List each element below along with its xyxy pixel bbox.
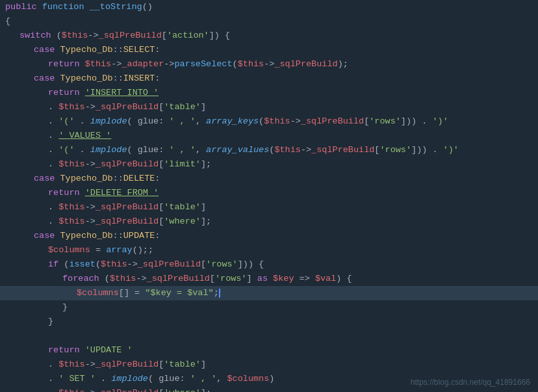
keyword-case-insert: case [34, 72, 60, 86]
paren: () [142, 1, 153, 14]
code-line-2: { [0, 14, 538, 29]
code-line-11: . '(' . implode( glue: ' , ', array_valu… [0, 143, 538, 157]
watermark-text: https://blog.csdn.net/qq_41891666 [411, 378, 530, 387]
const-delete: DELETE [123, 172, 155, 186]
code-line-8: . $this->_sqlPreBuild['table'] [0, 100, 538, 114]
paren-close: ) { [214, 29, 230, 43]
const-select: SELECT [123, 44, 155, 57]
paren-open: ( [57, 29, 62, 43]
const-update: UPDATE [123, 229, 155, 243]
code-line-22: } [0, 300, 538, 315]
code-line-15: . $this->_sqlPreBuild['table'] [0, 200, 538, 215]
keyword-return: return [48, 58, 85, 72]
bracket-close: ] [209, 29, 214, 43]
code-line-23: } [0, 315, 538, 329]
var-sqlprebuild: _sqlPreBuild [99, 29, 162, 43]
code-line-4: case Typecho_Db::SELECT: [0, 43, 538, 57]
const-insert: INSERT [123, 72, 155, 86]
code-line-16: . $this->_sqlPreBuild['where']; [0, 215, 538, 229]
code-line-19: if (isset($this->_sqlPreBuild['rows'])) … [0, 257, 538, 272]
code-line-21-highlighted: $columns[] = "$key = $val"; [0, 286, 538, 300]
string-delete-from: 'DELETE_FROM_' [85, 187, 159, 200]
keyword-switch: switch [19, 29, 57, 43]
code-line-6: case Typecho_Db::INSERT: [0, 72, 538, 86]
code-line-25: return 'UPDATE ' [0, 343, 538, 358]
variable-this: $this [62, 29, 88, 43]
keyword-function: function [42, 1, 90, 14]
code-line-12: . $this->_sqlPreBuild['limit']; [0, 157, 538, 172]
code-line-17: case Typecho_Db::UPDATE: [0, 229, 538, 243]
code-editor: public function __toString() { switch ($… [0, 0, 538, 392]
code-line-9: . '(' . implode( glue: ' , ', array_keys… [0, 114, 538, 129]
function-name: __toString [90, 1, 142, 14]
code-line-13: case Typecho_Db::DELETE: [0, 172, 538, 186]
text-cursor [219, 289, 220, 298]
method-parseselect: parseSelect [174, 58, 232, 72]
code-line-14: return 'DELETE_FROM_' [0, 186, 538, 200]
code-line-3: switch ($this->_sqlPreBuild['action']) { [0, 29, 538, 43]
code-line-28: . $this->_sqlPreBuild['where']; [0, 386, 538, 392]
code-line-18: $columns = array();; [0, 243, 538, 257]
keyword-case: case [34, 44, 60, 57]
code-line-24 [0, 329, 538, 343]
class-typecho: Typecho_Db [60, 44, 113, 57]
code-line-1: public function __toString() [0, 0, 538, 14]
code-line-5: return $this->_adapter->parseSelect($thi… [0, 57, 538, 72]
string-values: ' VALUES ' [58, 129, 111, 143]
code-line-7: return 'INSERT_INTO_' [0, 86, 538, 100]
code-line-10: . ' VALUES ' [0, 129, 538, 143]
code-line-20: foreach ($this->_sqlPreBuild['rows'] as … [0, 272, 538, 286]
string-insert-into: 'INSERT_INTO_' [85, 86, 159, 100]
brace: { [5, 15, 10, 29]
keyword-public: public [5, 1, 42, 14]
bracket: [ [162, 29, 167, 43]
code-line-26: . $this->_sqlPreBuild['table'] [0, 358, 538, 372]
